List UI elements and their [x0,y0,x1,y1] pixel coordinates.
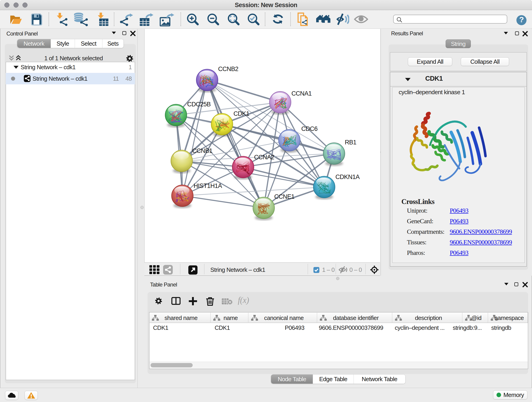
svg-text:CCNA2: CCNA2 [254,154,274,161]
svg-text:CCNA1: CCNA1 [291,90,312,97]
svg-text:?: ? [519,15,524,24]
svg-text:HIST1H1A: HIST1H1A [194,182,222,189]
svg-text:CCNE1: CCNE1 [274,193,294,200]
svg-text:RB1: RB1 [345,139,356,146]
svg-text:CDK1: CDK1 [234,110,249,117]
svg-text:CDKN1A: CDKN1A [336,173,360,180]
svg-text:CCNB2: CCNB2 [218,65,238,72]
svg-text:CDC25B: CDC25B [187,101,210,108]
svg-text:CDC6: CDC6 [301,125,317,132]
svg-text:CCNB1: CCNB1 [192,147,212,154]
